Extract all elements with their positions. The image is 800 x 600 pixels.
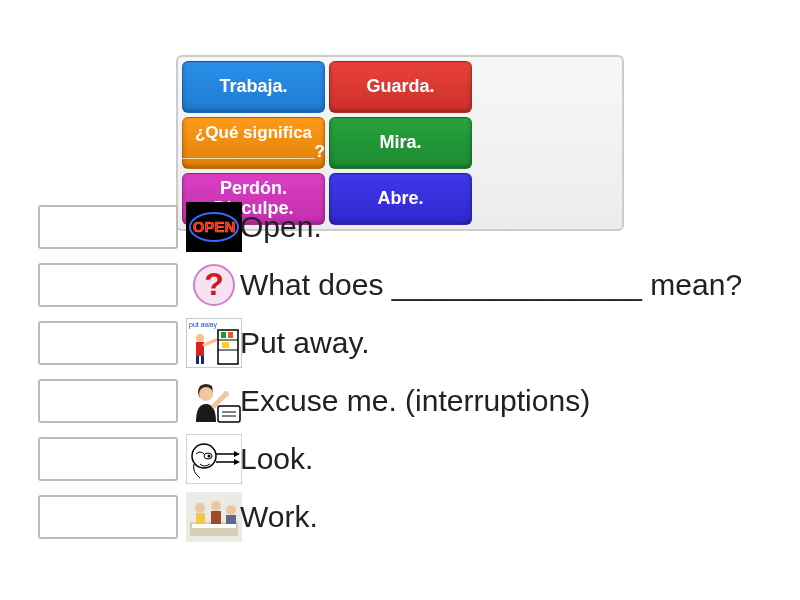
svg-rect-14 <box>221 332 226 338</box>
card-label: Mira. <box>379 133 421 153</box>
svg-text:?: ? <box>204 266 224 302</box>
svg-rect-39 <box>192 524 236 528</box>
look-icon <box>186 434 242 484</box>
question-mark-icon: ? <box>186 260 242 310</box>
answer-row: ? What does _______________ mean? <box>38 256 778 314</box>
svg-point-35 <box>211 501 221 511</box>
answer-row: OPEN Open. <box>38 198 778 256</box>
row-text: What does _______________ mean? <box>240 268 742 302</box>
card-trabaja[interactable]: Trabaja. <box>182 61 325 113</box>
svg-rect-16 <box>222 342 229 348</box>
svg-rect-15 <box>228 332 233 338</box>
answer-row: Look. <box>38 430 778 488</box>
svg-point-26 <box>208 455 211 458</box>
card-que-significa[interactable]: ¿Qué significa ______________? <box>182 117 325 169</box>
card-guarda[interactable]: Guarda. <box>329 61 472 113</box>
answer-row: Excuse me. (interruptions) <box>38 372 778 430</box>
svg-point-7 <box>196 334 204 342</box>
excuse-me-icon <box>186 376 242 426</box>
svg-text:OPEN: OPEN <box>193 218 236 235</box>
svg-point-18 <box>199 387 213 401</box>
answer-row: put away Put away. <box>38 314 778 372</box>
dropzone[interactable] <box>38 205 178 249</box>
row-text: Put away. <box>240 326 370 360</box>
svg-rect-9 <box>196 356 199 364</box>
answer-row: Work. <box>38 488 778 546</box>
card-mira[interactable]: Mira. <box>329 117 472 169</box>
put-away-icon: put away <box>186 318 242 368</box>
dropzone[interactable] <box>38 263 178 307</box>
svg-point-33 <box>195 503 205 513</box>
svg-point-37 <box>226 505 236 515</box>
row-text: Look. <box>240 442 313 476</box>
dropzone[interactable] <box>38 495 178 539</box>
row-text: Work. <box>240 500 318 534</box>
row-text: Open. <box>240 210 322 244</box>
svg-rect-36 <box>211 511 221 525</box>
answer-rows: OPEN Open. ? What does _______________ m… <box>38 198 778 546</box>
card-label: Guarda. <box>366 77 434 97</box>
svg-rect-20 <box>218 406 240 422</box>
svg-rect-10 <box>201 356 204 364</box>
dropzone[interactable] <box>38 379 178 423</box>
svg-text:put away: put away <box>189 321 218 329</box>
card-label: ¿Qué significa ______________? <box>182 124 325 161</box>
work-icon <box>186 492 242 542</box>
dropzone[interactable] <box>38 437 178 481</box>
open-sign-icon: OPEN <box>186 202 242 252</box>
svg-point-19 <box>223 391 229 397</box>
svg-rect-34 <box>196 513 205 525</box>
svg-rect-23 <box>186 434 242 484</box>
card-label: Trabaja. <box>219 77 287 97</box>
row-text: Excuse me. (interruptions) <box>240 384 590 418</box>
dropzone[interactable] <box>38 321 178 365</box>
